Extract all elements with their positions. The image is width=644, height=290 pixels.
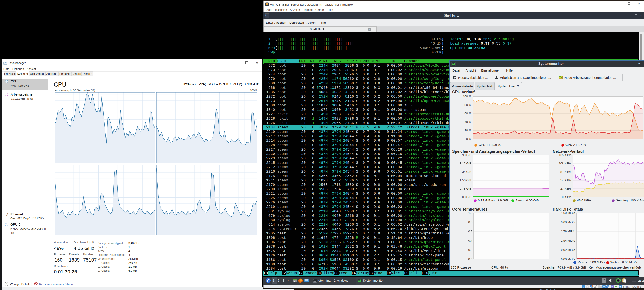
svg-text:V: V — [611, 285, 613, 288]
